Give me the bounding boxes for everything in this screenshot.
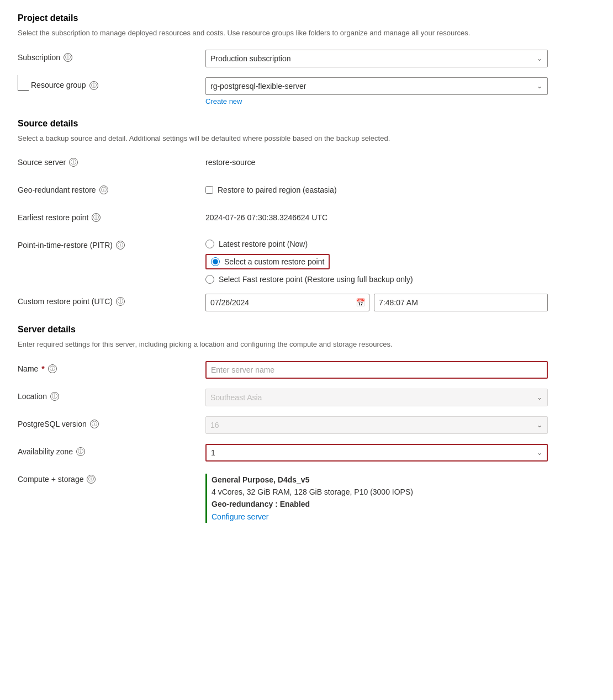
project-details-desc: Select the subscription to manage deploy… (18, 28, 595, 39)
time-input[interactable] (374, 294, 548, 311)
project-details-section: Project details Select the subscription … (18, 13, 595, 105)
geo-redundant-checkbox-wrapper: Restore to paired region (eastasia) (205, 182, 548, 194)
pitr-row: Point-in-time-restore (PITR) ⓘ Latest re… (18, 237, 595, 284)
location-dropdown-wrapper: Southeast Asia ⌄ (205, 389, 548, 406)
server-name-input[interactable] (205, 361, 548, 379)
subscription-info-icon[interactable]: ⓘ (64, 53, 72, 62)
resource-group-row: Resource group ⓘ rg-postgresql-flexible-… (18, 77, 595, 105)
geo-redundant-checkbox[interactable] (205, 186, 213, 194)
availability-zone-row: Availability zone ⓘ 1 ⌄ (18, 444, 595, 462)
location-label: Location ⓘ (18, 389, 205, 401)
compute-storage-line3: Geo-redundancy : Enabled (212, 498, 548, 510)
compute-storage-value: General Purpose, D4ds_v5 4 vCores, 32 Gi… (205, 471, 548, 523)
earliest-restore-info-icon[interactable]: ⓘ (92, 213, 101, 222)
custom-restore-info-icon[interactable]: ⓘ (116, 297, 125, 306)
postgres-version-label: PostgreSQL version ⓘ (18, 416, 205, 428)
source-details-section: Source details Select a backup source an… (18, 119, 595, 312)
server-details-title: Server details (18, 325, 595, 335)
server-name-control (205, 361, 548, 379)
custom-restore-row: Custom restore point (UTC) ⓘ 📅 (18, 294, 595, 311)
location-select: Southeast Asia (205, 389, 548, 406)
pitr-latest-label: Latest restore point (Now) (219, 240, 308, 248)
compute-storage-control: General Purpose, D4ds_v5 4 vCores, 32 Gi… (205, 471, 548, 523)
compute-storage-label: Compute + storage ⓘ (18, 471, 205, 484)
source-server-info-icon[interactable]: ⓘ (69, 158, 78, 167)
date-input-wrapper: 📅 (205, 294, 369, 311)
subscription-control: Production subscription ⌄ (205, 50, 548, 67)
date-time-row: 📅 (205, 294, 548, 311)
resource-group-control: rg-postgresql-flexible-server ⌄ Create n… (205, 77, 548, 105)
resource-group-info-icon[interactable]: ⓘ (89, 81, 98, 90)
availability-zone-dropdown-wrapper: 1 ⌄ (205, 444, 548, 462)
pitr-fast-label: Select Fast restore point (Restore using… (219, 275, 413, 284)
source-server-label: Source server ⓘ (18, 155, 205, 167)
pitr-custom-label: Select a custom restore point (224, 257, 324, 266)
server-details-desc: Enter required settings for this server,… (18, 339, 595, 350)
availability-zone-label: Availability zone ⓘ (18, 444, 205, 456)
subscription-row: Subscription ⓘ Production subscription ⌄ (18, 50, 595, 67)
server-details-section: Server details Enter required settings f… (18, 325, 595, 523)
postgres-version-control: 16 ⌄ (205, 416, 548, 434)
availability-zone-info-icon[interactable]: ⓘ (76, 447, 85, 456)
availability-zone-select[interactable]: 1 (205, 444, 548, 462)
subscription-dropdown-wrapper: Production subscription ⌄ (205, 50, 548, 67)
pitr-control: Latest restore point (Now) Select a cust… (205, 237, 548, 284)
compute-storage-line1: General Purpose, D4ds_v5 (212, 474, 548, 486)
earliest-restore-row: Earliest restore point ⓘ 2024-07-26 07:3… (18, 210, 595, 227)
resource-group-select[interactable]: rg-postgresql-flexible-server (205, 77, 548, 95)
pitr-custom-item[interactable]: Select a custom restore point (205, 254, 548, 269)
postgres-version-select: 16 (205, 416, 548, 434)
pitr-custom-radio[interactable] (211, 257, 220, 266)
subscription-label: Subscription ⓘ (18, 50, 205, 62)
availability-zone-control: 1 ⌄ (205, 444, 548, 462)
source-server-row: Source server ⓘ restore-source (18, 155, 595, 172)
location-control: Southeast Asia ⌄ (205, 389, 548, 406)
geo-redundant-control: Restore to paired region (eastasia) (205, 182, 548, 194)
pitr-info-icon[interactable]: ⓘ (116, 241, 125, 250)
custom-restore-label: Custom restore point (UTC) ⓘ (18, 294, 205, 306)
name-info-icon[interactable]: ⓘ (48, 364, 57, 373)
source-details-desc: Select a backup source and detail. Addit… (18, 133, 595, 144)
pitr-label: Point-in-time-restore (PITR) ⓘ (18, 237, 205, 250)
server-name-row: Name * ⓘ (18, 361, 595, 379)
server-name-label: Name * ⓘ (18, 361, 205, 373)
source-server-value: restore-source (205, 155, 548, 167)
postgres-version-info-icon[interactable]: ⓘ (90, 420, 99, 428)
date-input[interactable] (205, 294, 369, 311)
earliest-restore-value: 2024-07-26 07:30:38.3246624 UTC (205, 210, 548, 222)
postgres-version-dropdown-wrapper: 16 ⌄ (205, 416, 548, 434)
location-row: Location ⓘ Southeast Asia ⌄ (18, 389, 595, 406)
postgres-version-row: PostgreSQL version ⓘ 16 ⌄ (18, 416, 595, 434)
compute-storage-info-icon[interactable]: ⓘ (87, 475, 96, 484)
geo-redundant-label: Geo-redundant restore ⓘ (18, 182, 205, 194)
resource-group-dropdown-wrapper: rg-postgresql-flexible-server ⌄ (205, 77, 548, 95)
geo-redundant-info-icon[interactable]: ⓘ (99, 185, 108, 194)
earliest-restore-label: Earliest restore point ⓘ (18, 210, 205, 222)
pitr-radio-group: Latest restore point (Now) Select a cust… (205, 237, 548, 284)
source-details-title: Source details (18, 119, 595, 129)
resource-group-label: Resource group ⓘ (18, 77, 205, 91)
subscription-select[interactable]: Production subscription (205, 50, 548, 67)
name-required-star: * (41, 364, 44, 373)
compute-storage-line2: 4 vCores, 32 GiB RAM, 128 GiB storage, P… (212, 486, 548, 498)
geo-redundant-row: Geo-redundant restore ⓘ Restore to paire… (18, 182, 595, 200)
create-new-link[interactable]: Create new (205, 97, 548, 105)
pitr-latest-item[interactable]: Latest restore point (Now) (205, 240, 548, 248)
pitr-latest-radio[interactable] (205, 240, 214, 248)
pitr-custom-selected-box: Select a custom restore point (205, 254, 330, 269)
project-details-title: Project details (18, 13, 595, 23)
pitr-fast-item[interactable]: Select Fast restore point (Restore using… (205, 275, 548, 284)
location-info-icon[interactable]: ⓘ (50, 392, 59, 401)
custom-restore-control: 📅 (205, 294, 548, 311)
pitr-fast-radio[interactable] (205, 275, 214, 284)
compute-storage-row: Compute + storage ⓘ General Purpose, D4d… (18, 471, 595, 523)
configure-server-link[interactable]: Configure server (212, 512, 269, 521)
